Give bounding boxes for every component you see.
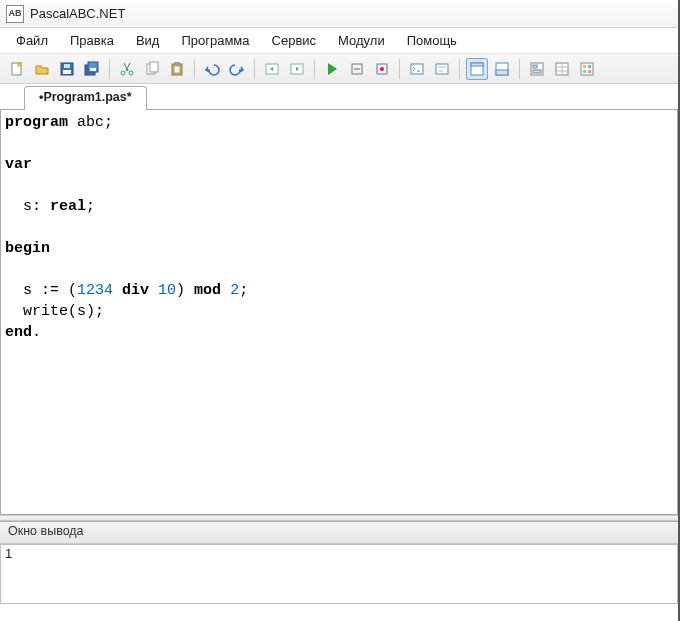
terminal-icon <box>409 61 425 77</box>
toolbar-separator <box>314 59 315 79</box>
navigate-forward-icon <box>289 61 305 77</box>
menu-help[interactable]: Помощь <box>397 30 467 51</box>
undo-button[interactable] <box>201 58 223 80</box>
app-icon: AB <box>6 5 24 23</box>
find-icon <box>434 61 450 77</box>
toolbar-separator <box>459 59 460 79</box>
copy-button[interactable] <box>141 58 163 80</box>
menu-edit[interactable]: Правка <box>60 30 124 51</box>
tab-label: •Program1.pas* <box>39 90 132 104</box>
run-button[interactable] <box>321 58 343 80</box>
toolbox-button[interactable] <box>576 58 598 80</box>
menu-program[interactable]: Программа <box>171 30 259 51</box>
svg-point-19 <box>380 67 384 71</box>
svg-rect-14 <box>174 62 180 65</box>
output-panel: Окно вывода 1 <box>0 521 678 604</box>
svg-rect-1 <box>18 63 21 66</box>
form-designer-icon <box>529 61 545 77</box>
toolbar <box>0 54 678 84</box>
cut-icon <box>119 61 135 77</box>
code-editor[interactable]: program abc; var s: real; begin s := (12… <box>0 110 678 515</box>
svg-rect-36 <box>588 70 591 73</box>
toolbox-icon <box>579 61 595 77</box>
step-into-button[interactable] <box>371 58 393 80</box>
code-content: program abc; var s: real; begin s := (12… <box>1 110 677 345</box>
svg-rect-13 <box>174 66 180 73</box>
svg-rect-21 <box>436 64 448 74</box>
cut-button[interactable] <box>116 58 138 80</box>
redo-icon <box>229 61 245 77</box>
menu-service[interactable]: Сервис <box>262 30 327 51</box>
tab-program1[interactable]: •Program1.pas* <box>24 86 147 110</box>
open-icon <box>34 61 50 77</box>
svg-point-9 <box>129 71 133 75</box>
paste-button[interactable] <box>166 58 188 80</box>
svg-rect-3 <box>63 70 71 74</box>
svg-rect-29 <box>533 65 537 68</box>
menu-view[interactable]: Вид <box>126 30 170 51</box>
toolbar-separator <box>109 59 110 79</box>
undo-icon <box>204 61 220 77</box>
step-over-button[interactable] <box>346 58 368 80</box>
save-icon <box>59 61 75 77</box>
redo-button[interactable] <box>226 58 248 80</box>
menu-file[interactable]: Файл <box>6 30 58 51</box>
save-button[interactable] <box>56 58 78 80</box>
copy-icon <box>144 61 160 77</box>
save-all-icon <box>84 61 100 77</box>
open-button[interactable] <box>31 58 53 80</box>
toolbar-separator <box>399 59 400 79</box>
new-button[interactable] <box>6 58 28 80</box>
svg-rect-33 <box>583 65 586 68</box>
run-icon <box>324 61 340 77</box>
step-over-icon <box>349 61 365 77</box>
svg-rect-22 <box>438 66 446 68</box>
terminal-button[interactable] <box>406 58 428 80</box>
menu-bar: ФайлПравкаВидПрограммаСервисМодулиПомощь <box>0 28 678 54</box>
svg-rect-25 <box>471 63 483 66</box>
navigate-back-button[interactable] <box>261 58 283 80</box>
svg-rect-34 <box>588 65 591 68</box>
toolbar-separator <box>194 59 195 79</box>
title-bar: AB PascalABC.NET <box>0 0 678 28</box>
output-text: 1 <box>5 546 12 561</box>
props-button[interactable] <box>551 58 573 80</box>
navigate-forward-button[interactable] <box>286 58 308 80</box>
console-button[interactable] <box>491 58 513 80</box>
svg-rect-23 <box>438 70 443 72</box>
svg-point-8 <box>121 71 125 75</box>
new-icon <box>9 61 25 77</box>
svg-rect-7 <box>90 68 96 71</box>
paste-icon <box>169 61 185 77</box>
form-designer-button[interactable] <box>526 58 548 80</box>
svg-rect-30 <box>533 70 541 73</box>
panel-icon <box>469 61 485 77</box>
svg-rect-32 <box>581 63 593 75</box>
svg-rect-20 <box>411 64 423 74</box>
svg-rect-35 <box>583 70 586 73</box>
navigate-back-icon <box>264 61 280 77</box>
svg-rect-11 <box>150 62 158 72</box>
toolbar-separator <box>519 59 520 79</box>
find-button[interactable] <box>431 58 453 80</box>
svg-rect-27 <box>496 70 508 75</box>
output-body[interactable]: 1 <box>0 544 678 604</box>
panel-button[interactable] <box>466 58 488 80</box>
app-title: PascalABC.NET <box>30 6 125 21</box>
svg-rect-4 <box>64 64 70 68</box>
tab-strip: •Program1.pas* <box>0 84 678 110</box>
toolbar-separator <box>254 59 255 79</box>
menu-modules[interactable]: Модули <box>328 30 395 51</box>
output-header: Окно вывода <box>0 522 678 544</box>
save-all-button[interactable] <box>81 58 103 80</box>
props-icon <box>554 61 570 77</box>
console-icon <box>494 61 510 77</box>
step-into-icon <box>374 61 390 77</box>
